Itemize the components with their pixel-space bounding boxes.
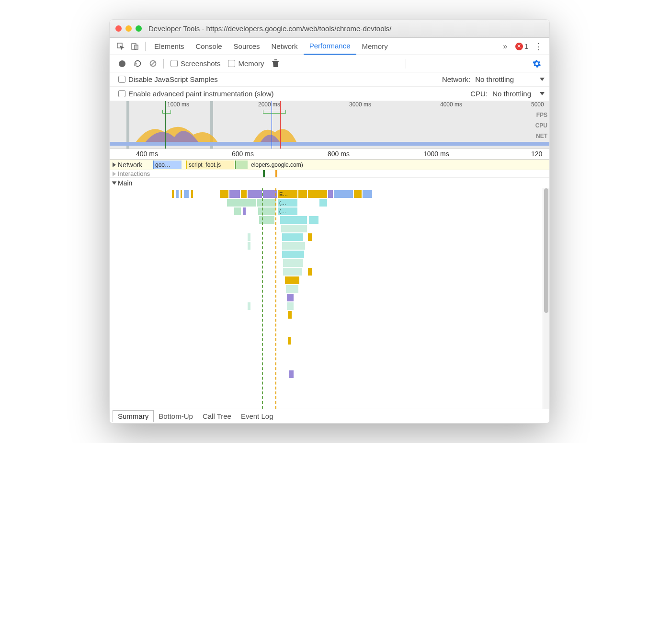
flame-chart[interactable]: E… (… (… bbox=[110, 188, 543, 409]
network-request-text: elopers.google.com) bbox=[250, 161, 537, 169]
clear-button[interactable] bbox=[147, 58, 159, 69]
reload-button[interactable] bbox=[132, 58, 143, 69]
chevron-down-icon bbox=[540, 78, 545, 81]
flame-frame[interactable]: (… bbox=[278, 207, 297, 215]
zoom-button[interactable] bbox=[136, 25, 142, 32]
interactions-track[interactable]: Interactions bbox=[110, 170, 549, 178]
main-flame-area: E… (… (… bbox=[110, 188, 549, 409]
tab-summary[interactable]: Summary bbox=[113, 410, 154, 422]
cpu-throttle-select[interactable]: No throttling bbox=[492, 90, 545, 98]
settings-gear-icon[interactable] bbox=[531, 58, 543, 69]
lane-cpu: CPU bbox=[535, 122, 547, 133]
flame-frame[interactable]: (… bbox=[278, 199, 297, 207]
error-count-value: 1 bbox=[524, 42, 528, 50]
ov-tick: 5000 bbox=[531, 101, 544, 108]
overview-lane-labels: FPS CPU NET bbox=[535, 112, 547, 143]
minimize-button[interactable] bbox=[125, 25, 132, 32]
tab-sources[interactable]: Sources bbox=[228, 38, 266, 55]
paint-instr-label: Enable advanced paint instrumentation (s… bbox=[128, 90, 274, 98]
perf-toolbar: Screenshots Memory bbox=[110, 55, 549, 72]
cpu-value: No throttling bbox=[492, 90, 531, 98]
interactions-track-label: Interactions bbox=[118, 170, 150, 177]
overview-minimap[interactable]: 1000 ms 2000 ms 3000 ms 4000 ms 5000 FPS… bbox=[110, 101, 549, 149]
error-icon: ✕ bbox=[515, 43, 523, 50]
ruler-tick: 120 bbox=[531, 150, 542, 158]
network-track[interactable]: Network goo… script_foot.js elopers.goog… bbox=[110, 160, 549, 170]
window-title: Developer Tools - https://developers.goo… bbox=[148, 24, 392, 33]
paint-instr-checkbox[interactable]: Enable advanced paint instrumentation (s… bbox=[118, 90, 274, 98]
network-request[interactable] bbox=[235, 161, 248, 169]
device-toggle-icon[interactable] bbox=[130, 41, 140, 52]
tab-memory[interactable]: Memory bbox=[356, 38, 394, 55]
network-label: Network: bbox=[442, 75, 470, 83]
detail-ruler[interactable]: 400 ms 600 ms 800 ms 1000 ms 120 bbox=[110, 149, 549, 160]
more-tabs-icon[interactable]: » bbox=[500, 41, 511, 52]
network-request[interactable]: script_foot.js bbox=[186, 161, 234, 169]
screenshots-checkbox[interactable]: Screenshots bbox=[170, 59, 220, 68]
ruler-tick: 400 ms bbox=[136, 150, 158, 158]
ruler-tick: 800 ms bbox=[328, 150, 350, 158]
network-track-label: Network bbox=[118, 161, 142, 169]
vertical-scrollbar[interactable] bbox=[543, 188, 549, 409]
trash-icon[interactable] bbox=[270, 58, 282, 69]
disable-js-label: Disable JavaScript Samples bbox=[128, 75, 218, 83]
error-count[interactable]: ✕ 1 bbox=[515, 42, 528, 50]
window-controls bbox=[115, 25, 142, 32]
overview-ruler: 1000 ms 2000 ms 3000 ms 4000 ms 5000 bbox=[110, 101, 549, 109]
disclosure-triangle-icon[interactable] bbox=[113, 162, 116, 167]
cpu-label: CPU: bbox=[470, 90, 488, 98]
ruler-tick: 1000 ms bbox=[423, 150, 449, 158]
ov-tick: 1000 ms bbox=[167, 101, 189, 108]
svg-rect-1 bbox=[132, 44, 136, 49]
record-button[interactable] bbox=[116, 58, 128, 69]
main-track-header[interactable]: Main bbox=[110, 178, 549, 188]
details-tabbar: Summary Bottom-Up Call Tree Event Log bbox=[110, 409, 549, 423]
chevron-down-icon bbox=[540, 92, 545, 95]
ov-tick: 4000 ms bbox=[440, 101, 462, 108]
screenshots-label: Screenshots bbox=[181, 59, 220, 68]
tab-console[interactable]: Console bbox=[190, 38, 228, 55]
lane-fps: FPS bbox=[535, 112, 547, 122]
disclosure-triangle-icon[interactable] bbox=[112, 182, 117, 185]
kebab-menu-icon[interactable]: ⋮ bbox=[533, 41, 544, 52]
close-button[interactable] bbox=[115, 25, 122, 32]
inspect-icon[interactable] bbox=[115, 41, 126, 52]
tab-performance[interactable]: Performance bbox=[304, 38, 356, 55]
titlebar: Developer Tools - https://developers.goo… bbox=[110, 20, 549, 38]
extras-event-log[interactable]: Event Log bbox=[236, 411, 278, 422]
disable-js-checkbox[interactable]: Disable JavaScript Samples bbox=[118, 75, 218, 83]
ov-tick: 3000 ms bbox=[349, 101, 371, 108]
scrollbar-thumb[interactable] bbox=[544, 188, 548, 313]
settings-row-1: Disable JavaScript Samples Network: No t… bbox=[110, 72, 549, 87]
tab-network[interactable]: Network bbox=[266, 38, 304, 55]
network-throttle-select[interactable]: No throttling bbox=[475, 75, 545, 83]
flame-event[interactable]: E… bbox=[278, 190, 297, 198]
tab-bottom-up[interactable]: Bottom-Up bbox=[154, 411, 198, 422]
panel-tabbar: Elements Console Sources Network Perform… bbox=[110, 38, 549, 55]
memory-label: Memory bbox=[238, 59, 264, 68]
ov-tick: 2000 ms bbox=[258, 101, 280, 108]
net-overview-bar bbox=[110, 142, 549, 146]
disclosure-triangle-icon[interactable] bbox=[113, 172, 116, 176]
settings-row-2: Enable advanced paint instrumentation (s… bbox=[110, 87, 549, 101]
memory-checkbox[interactable]: Memory bbox=[228, 59, 264, 68]
devtools-window: Developer Tools - https://developers.goo… bbox=[109, 19, 550, 424]
ruler-tick: 600 ms bbox=[232, 150, 254, 158]
network-value: No throttling bbox=[475, 75, 514, 83]
network-request[interactable]: goo… bbox=[153, 161, 182, 169]
tab-elements[interactable]: Elements bbox=[148, 38, 190, 55]
main-track-label: Main bbox=[118, 179, 132, 187]
tab-call-tree[interactable]: Call Tree bbox=[198, 411, 236, 422]
